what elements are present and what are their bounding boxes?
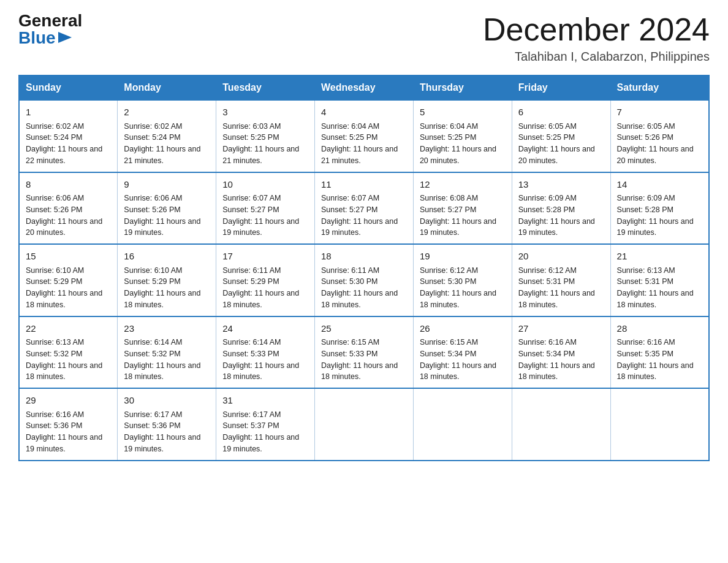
day-number: 14 <box>617 178 702 192</box>
calendar-cell: 30Sunrise: 6:17 AMSunset: 5:36 PMDayligh… <box>118 388 216 461</box>
calendar-cell: 7Sunrise: 6:05 AMSunset: 5:26 PMDaylight… <box>610 100 709 172</box>
calendar-cell: 10Sunrise: 6:07 AMSunset: 5:27 PMDayligh… <box>216 172 315 245</box>
calendar-cell: 25Sunrise: 6:15 AMSunset: 5:33 PMDayligh… <box>315 316 414 389</box>
day-number: 10 <box>222 178 308 192</box>
day-number: 15 <box>26 250 111 264</box>
logo: General Blue <box>18 12 82 47</box>
day-info: Sunrise: 6:10 AMSunset: 5:29 PMDaylight:… <box>124 265 210 311</box>
day-info: Sunrise: 6:11 AMSunset: 5:29 PMDaylight:… <box>222 265 308 311</box>
day-info: Sunrise: 6:02 AMSunset: 5:24 PMDaylight:… <box>124 121 210 167</box>
day-number: 30 <box>124 394 210 408</box>
day-info: Sunrise: 6:13 AMSunset: 5:32 PMDaylight:… <box>26 337 111 383</box>
day-info: Sunrise: 6:07 AMSunset: 5:27 PMDaylight:… <box>222 193 308 239</box>
calendar-cell: 12Sunrise: 6:08 AMSunset: 5:27 PMDayligh… <box>413 172 512 245</box>
calendar-cell: 29Sunrise: 6:16 AMSunset: 5:36 PMDayligh… <box>19 388 118 461</box>
day-number: 26 <box>420 322 506 336</box>
day-number: 27 <box>518 322 604 336</box>
day-info: Sunrise: 6:16 AMSunset: 5:36 PMDaylight:… <box>26 409 111 455</box>
day-number: 18 <box>321 250 407 264</box>
weekday-header-row: SundayMondayTuesdayWednesdayThursdayFrid… <box>19 75 709 100</box>
weekday-header-tuesday: Tuesday <box>216 75 315 100</box>
page-header: General Blue December 2024 Talahiban I, … <box>18 12 710 64</box>
calendar-cell: 1Sunrise: 6:02 AMSunset: 5:24 PMDaylight… <box>19 100 118 172</box>
calendar-week-5: 29Sunrise: 6:16 AMSunset: 5:36 PMDayligh… <box>19 388 709 461</box>
day-number: 12 <box>420 178 506 192</box>
calendar-cell <box>610 388 709 461</box>
calendar-cell: 22Sunrise: 6:13 AMSunset: 5:32 PMDayligh… <box>19 316 118 389</box>
calendar-week-3: 15Sunrise: 6:10 AMSunset: 5:29 PMDayligh… <box>19 244 709 316</box>
day-number: 11 <box>321 178 407 192</box>
calendar-week-1: 1Sunrise: 6:02 AMSunset: 5:24 PMDaylight… <box>19 100 709 172</box>
day-info: Sunrise: 6:07 AMSunset: 5:27 PMDaylight:… <box>321 193 407 239</box>
day-info: Sunrise: 6:16 AMSunset: 5:35 PMDaylight:… <box>617 337 702 383</box>
day-number: 13 <box>518 178 604 192</box>
day-number: 5 <box>420 105 506 120</box>
day-number: 19 <box>420 250 506 264</box>
calendar-cell: 16Sunrise: 6:10 AMSunset: 5:29 PMDayligh… <box>118 244 216 316</box>
day-info: Sunrise: 6:12 AMSunset: 5:30 PMDaylight:… <box>420 265 506 311</box>
day-number: 3 <box>222 105 308 120</box>
weekday-header-thursday: Thursday <box>413 75 512 100</box>
svg-marker-0 <box>58 32 72 43</box>
day-number: 6 <box>518 105 604 120</box>
calendar-cell: 6Sunrise: 6:05 AMSunset: 5:25 PMDaylight… <box>512 100 610 172</box>
day-info: Sunrise: 6:11 AMSunset: 5:30 PMDaylight:… <box>321 265 407 311</box>
weekday-header-monday: Monday <box>118 75 216 100</box>
day-info: Sunrise: 6:14 AMSunset: 5:33 PMDaylight:… <box>222 337 308 383</box>
calendar-week-2: 8Sunrise: 6:06 AMSunset: 5:26 PMDaylight… <box>19 172 709 245</box>
logo-general-text: General <box>18 12 82 29</box>
calendar-cell: 11Sunrise: 6:07 AMSunset: 5:27 PMDayligh… <box>315 172 414 245</box>
day-number: 28 <box>617 322 702 336</box>
calendar-cell <box>512 388 610 461</box>
day-number: 31 <box>222 394 308 408</box>
calendar-cell: 5Sunrise: 6:04 AMSunset: 5:25 PMDaylight… <box>413 100 512 172</box>
calendar-cell: 21Sunrise: 6:13 AMSunset: 5:31 PMDayligh… <box>610 244 709 316</box>
calendar-cell: 27Sunrise: 6:16 AMSunset: 5:34 PMDayligh… <box>512 316 610 389</box>
day-info: Sunrise: 6:04 AMSunset: 5:25 PMDaylight:… <box>321 121 407 167</box>
day-info: Sunrise: 6:10 AMSunset: 5:29 PMDaylight:… <box>26 265 111 311</box>
calendar-cell: 13Sunrise: 6:09 AMSunset: 5:28 PMDayligh… <box>512 172 610 245</box>
day-number: 25 <box>321 322 407 336</box>
calendar-cell: 24Sunrise: 6:14 AMSunset: 5:33 PMDayligh… <box>216 316 315 389</box>
calendar-cell: 9Sunrise: 6:06 AMSunset: 5:26 PMDaylight… <box>118 172 216 245</box>
weekday-header-friday: Friday <box>512 75 610 100</box>
calendar-cell: 14Sunrise: 6:09 AMSunset: 5:28 PMDayligh… <box>610 172 709 245</box>
calendar-cell: 31Sunrise: 6:17 AMSunset: 5:37 PMDayligh… <box>216 388 315 461</box>
weekday-header-sunday: Sunday <box>19 75 118 100</box>
location-subtitle: Talahiban I, Calabarzon, Philippines <box>483 50 710 64</box>
day-number: 24 <box>222 322 308 336</box>
day-info: Sunrise: 6:09 AMSunset: 5:28 PMDaylight:… <box>518 193 604 239</box>
day-info: Sunrise: 6:05 AMSunset: 5:25 PMDaylight:… <box>518 121 604 167</box>
day-info: Sunrise: 6:08 AMSunset: 5:27 PMDaylight:… <box>420 193 506 239</box>
month-year-title: December 2024 <box>483 12 710 47</box>
weekday-header-wednesday: Wednesday <box>315 75 414 100</box>
title-block: December 2024 Talahiban I, Calabarzon, P… <box>483 12 710 64</box>
day-number: 1 <box>26 105 111 120</box>
calendar-cell: 4Sunrise: 6:04 AMSunset: 5:25 PMDaylight… <box>315 100 414 172</box>
calendar-cell: 2Sunrise: 6:02 AMSunset: 5:24 PMDaylight… <box>118 100 216 172</box>
calendar-cell: 19Sunrise: 6:12 AMSunset: 5:30 PMDayligh… <box>413 244 512 316</box>
calendar-cell: 28Sunrise: 6:16 AMSunset: 5:35 PMDayligh… <box>610 316 709 389</box>
day-number: 21 <box>617 250 702 264</box>
calendar-cell: 8Sunrise: 6:06 AMSunset: 5:26 PMDaylight… <box>19 172 118 245</box>
day-info: Sunrise: 6:17 AMSunset: 5:37 PMDaylight:… <box>222 409 308 455</box>
day-info: Sunrise: 6:03 AMSunset: 5:25 PMDaylight:… <box>222 121 308 167</box>
day-number: 20 <box>518 250 604 264</box>
calendar-cell: 18Sunrise: 6:11 AMSunset: 5:30 PMDayligh… <box>315 244 414 316</box>
calendar-cell: 15Sunrise: 6:10 AMSunset: 5:29 PMDayligh… <box>19 244 118 316</box>
day-info: Sunrise: 6:05 AMSunset: 5:26 PMDaylight:… <box>617 121 702 167</box>
day-number: 17 <box>222 250 308 264</box>
day-info: Sunrise: 6:17 AMSunset: 5:36 PMDaylight:… <box>124 409 210 455</box>
day-number: 9 <box>124 178 210 192</box>
day-info: Sunrise: 6:02 AMSunset: 5:24 PMDaylight:… <box>26 121 111 167</box>
weekday-header-saturday: Saturday <box>610 75 709 100</box>
day-number: 16 <box>124 250 210 264</box>
calendar-cell: 17Sunrise: 6:11 AMSunset: 5:29 PMDayligh… <box>216 244 315 316</box>
calendar-cell: 3Sunrise: 6:03 AMSunset: 5:25 PMDaylight… <box>216 100 315 172</box>
day-info: Sunrise: 6:12 AMSunset: 5:31 PMDaylight:… <box>518 265 604 311</box>
day-info: Sunrise: 6:14 AMSunset: 5:32 PMDaylight:… <box>124 337 210 383</box>
calendar-week-4: 22Sunrise: 6:13 AMSunset: 5:32 PMDayligh… <box>19 316 709 389</box>
day-info: Sunrise: 6:09 AMSunset: 5:28 PMDaylight:… <box>617 193 702 239</box>
calendar-cell <box>315 388 414 461</box>
calendar-cell: 20Sunrise: 6:12 AMSunset: 5:31 PMDayligh… <box>512 244 610 316</box>
